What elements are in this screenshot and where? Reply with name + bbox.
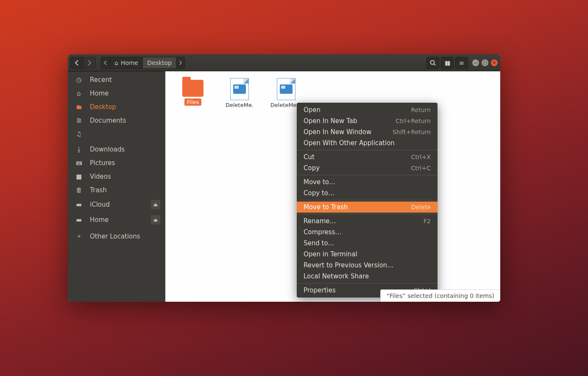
menu-item-rename-[interactable]: Rename…F2 (297, 216, 438, 227)
menu-item-label: Open In New Tab (304, 117, 357, 125)
menu-item-open-in-new-tab[interactable]: Open In New TabCtrl+Return (297, 115, 438, 126)
context-menu: OpenReturnOpen In New TabCtrl+ReturnOpen… (297, 103, 438, 297)
menu-item-label: Rename… (304, 217, 336, 225)
svg-point-0 (431, 60, 435, 64)
home-icon: ⌂ (75, 90, 83, 97)
window-close-button[interactable]: ✕ (491, 59, 498, 66)
sidebar-item-label: Trash (90, 186, 107, 194)
menu-shortcut: Shift+Return (393, 129, 431, 135)
sidebar-item-icloud[interactable]: ▬iCloud⏏ (68, 197, 165, 212)
menu-item-open-in-terminal[interactable]: Open in Terminal (297, 249, 438, 260)
sidebar-item-music[interactable]: ♫ (68, 127, 165, 141)
menu-item-copy[interactable]: CopyCtrl+C (297, 163, 438, 174)
nav-forward-button[interactable] (83, 57, 96, 69)
header-toolbar: ⌂ Home Desktop ▮▮ ≡ — ▢ ✕ (68, 54, 500, 71)
menu-item-label: Copy (304, 164, 320, 172)
menu-item-label: Cut (304, 153, 315, 161)
menu-item-local-network-share[interactable]: Local Network Share (297, 271, 438, 282)
sidebar-item-videos[interactable]: ■Videos (68, 170, 165, 183)
eject-icon[interactable]: ⏏ (151, 200, 160, 209)
nav-back-button[interactable] (70, 57, 83, 69)
doc-icon: 🗎 (75, 117, 83, 124)
menu-item-label: Open (304, 106, 320, 114)
menu-shortcut: F2 (424, 218, 431, 224)
menu-item-compress-[interactable]: Compress… (297, 227, 438, 238)
file-item-deleteme-[interactable]: DeleteMe. (225, 78, 254, 108)
drive-icon: ▬ (75, 216, 83, 224)
menu-item-open[interactable]: OpenReturn (297, 104, 438, 115)
download-icon: ⭳ (75, 146, 83, 153)
video-icon: ■ (75, 173, 83, 180)
menu-item-label: Local Network Share (304, 272, 369, 280)
breadcrumb: ⌂ Home Desktop (101, 57, 185, 69)
file-item-files[interactable]: Files (178, 78, 208, 106)
menu-shortcut: Delete (411, 204, 431, 210)
sidebar-item-home[interactable]: ▬Home⏏ (68, 212, 165, 227)
trash-icon: 🗑 (75, 186, 83, 194)
folder-icon (182, 80, 203, 97)
menu-item-cut[interactable]: CutCtrl+X (297, 152, 438, 163)
sidebar-item-home[interactable]: ⌂Home (68, 87, 165, 100)
menu-shortcut: Return (411, 107, 431, 113)
document-icon (277, 78, 295, 100)
sidebar-item-other-locations[interactable]: ＋Other Locations (68, 229, 165, 243)
menu-item-open-with-other-application[interactable]: Open With Other Application (297, 137, 438, 149)
content-area[interactable]: FilesDeleteMe.DeleteMe2. OpenReturnOpen … (165, 71, 500, 302)
menu-shortcut: Ctrl+Return (396, 118, 431, 124)
menu-item-send-to-[interactable]: Send to… (297, 238, 438, 249)
file-label: Files (184, 98, 202, 106)
window-maximize-button[interactable]: ▢ (482, 59, 488, 66)
menu-item-move-to-trash[interactable]: Move to TrashDelete (297, 202, 438, 213)
plus-icon: ＋ (75, 232, 83, 240)
window-minimize-button[interactable]: — (472, 59, 479, 66)
menu-item-label: Properties (304, 286, 336, 294)
sidebar-item-documents[interactable]: 🗎Documents (68, 114, 165, 127)
sidebar-item-downloads[interactable]: ⭳Downloads (68, 143, 165, 156)
sidebar-item-label: Desktop (90, 103, 116, 111)
search-button[interactable] (426, 57, 439, 69)
breadcrumb-home[interactable]: ⌂ Home (110, 57, 143, 68)
status-bar: “Files” selected (containing 0 items) (380, 289, 500, 302)
menu-item-label: Send to… (304, 239, 334, 247)
sidebar-item-pictures[interactable]: 📷︎Pictures (68, 156, 165, 170)
drive-icon: ▬ (75, 201, 83, 208)
menu-item-label: Open In New Window (304, 128, 371, 136)
breadcrumb-current[interactable]: Desktop (143, 57, 176, 68)
menu-item-revert-to-previous-version-[interactable]: Revert to Previous Version… (297, 260, 438, 271)
menu-shortcut: Ctrl+X (411, 154, 431, 160)
menu-separator (297, 175, 438, 175)
breadcrumb-home-label: Home (121, 59, 138, 66)
sidebar-item-desktop[interactable]: 🖿Desktop (68, 100, 165, 114)
sidebar-item-label: Home (90, 216, 109, 224)
svg-line-1 (434, 64, 435, 65)
sidebar-item-trash[interactable]: 🗑Trash (68, 183, 165, 197)
sidebar-item-label: Home (90, 90, 109, 97)
file-label: DeleteMe. (226, 102, 254, 108)
menu-item-label: Open in Terminal (304, 250, 357, 258)
menu-separator (297, 283, 438, 283)
menu-item-open-in-new-window[interactable]: Open In New WindowShift+Return (297, 126, 438, 137)
folder-icon: 🖿 (75, 103, 83, 111)
home-icon: ⌂ (114, 59, 118, 66)
sidebar-item-label: Documents (90, 117, 126, 124)
menu-separator (297, 200, 438, 200)
music-icon: ♫ (75, 130, 83, 138)
view-grid-button[interactable]: ▮▮ (441, 57, 454, 69)
eject-icon[interactable]: ⏏ (151, 215, 160, 224)
sidebar-item-label: Videos (90, 173, 111, 180)
sidebar-item-recent[interactable]: ◷Recent (68, 73, 165, 87)
breadcrumb-prev-chevron[interactable] (101, 57, 110, 68)
breadcrumb-next-chevron[interactable] (176, 57, 184, 68)
hamburger-menu-button[interactable]: ≡ (455, 57, 468, 69)
camera-icon: 📷︎ (75, 159, 83, 167)
sidebar: ◷Recent⌂Home🖿Desktop🗎Documents♫⭳Download… (68, 71, 165, 302)
menu-item-move-to-[interactable]: Move to… (297, 177, 438, 188)
menu-item-copy-to-[interactable]: Copy to… (297, 188, 438, 199)
sidebar-item-label: Pictures (90, 159, 115, 167)
sidebar-item-label: Recent (90, 76, 112, 84)
breadcrumb-current-label: Desktop (147, 59, 172, 66)
menu-item-label: Copy to… (304, 189, 334, 197)
menu-shortcut: Ctrl+C (411, 165, 431, 171)
clock-icon: ◷ (75, 76, 83, 84)
menu-separator (297, 214, 438, 214)
